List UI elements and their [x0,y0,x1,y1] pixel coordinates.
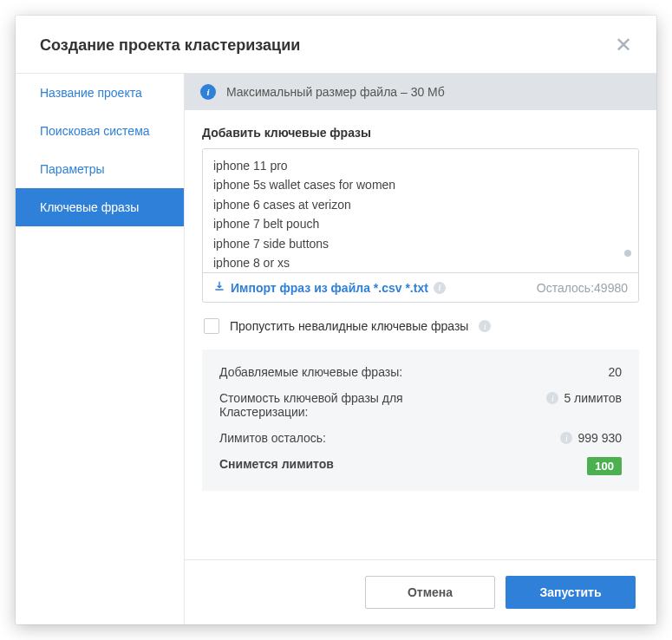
modal-header: Создание проекта кластеризации ✕ [16,16,656,74]
sidebar-item-parameters[interactable]: Параметры [16,150,184,188]
stat-limits-left: Лимитов осталось: i 999 930 [219,431,622,445]
submit-button[interactable]: Запустить [506,576,636,609]
info-icon: i [434,282,446,294]
stat-value: i 5 лимитов [546,391,622,405]
stat-label: Добавляемые ключевые фразы: [219,365,402,379]
skip-invalid-checkbox[interactable] [204,318,219,334]
stat-label: Снимется лимитов [219,457,334,471]
sidebar-item-search-engine[interactable]: Поисковая система [16,112,184,150]
stats-box: Добавляемые ключевые фразы: 20 Стоимость… [202,349,639,491]
keywords-textarea[interactable] [203,149,638,269]
modal-dialog: Создание проекта кластеризации ✕ Названи… [16,16,656,624]
deduct-badge: 100 [587,457,622,475]
stat-value: i 999 930 [560,431,622,445]
keywords-footer: Импорт фраз из файла *.csv *.txt i Остал… [203,272,638,302]
info-icon: i [200,84,216,100]
stat-label: Стоимость ключевой фразы для Кластеризац… [219,391,462,419]
import-link-text: Импорт фраз из файла *.csv *.txt [231,281,428,295]
stat-cost: Стоимость ключевой фразы для Кластеризац… [219,391,622,419]
modal-body: Название проекта Поисковая система Парам… [16,74,656,624]
close-icon[interactable]: ✕ [615,35,632,56]
sidebar-item-label: Ключевые фразы [40,200,139,214]
sidebar-item-label: Параметры [40,162,105,176]
sidebar: Название проекта Поисковая система Парам… [16,74,185,624]
skip-invalid-row: Пропустить невалидные ключевые фразы i [202,303,639,349]
info-banner: i Максимальный размер файла – 30 Мб [185,74,656,110]
sidebar-item-label: Поисковая система [40,124,150,138]
info-banner-text: Максимальный размер файла – 30 Мб [226,85,445,99]
sidebar-item-label: Название проекта [40,86,142,100]
info-icon: i [479,320,491,332]
download-icon [213,280,225,295]
stat-value: 100 [587,457,622,475]
import-link[interactable]: Импорт фраз из файла *.csv *.txt i [213,280,446,295]
content-inner: Добавить ключевые фразы Импорт фраз из ф… [185,110,656,559]
sidebar-item-project-name[interactable]: Название проекта [16,74,184,112]
info-icon: i [560,432,572,444]
modal-title: Создание проекта кластеризации [40,36,300,55]
modal-footer: Отмена Запустить [185,559,656,624]
stat-label: Лимитов осталось: [219,431,326,445]
scrollbar-thumb[interactable] [624,250,631,257]
skip-invalid-label: Пропустить невалидные ключевые фразы [230,319,468,333]
content-area: i Максимальный размер файла – 30 Мб Доба… [185,74,656,624]
sidebar-item-keywords[interactable]: Ключевые фразы [16,188,184,226]
keywords-box: Импорт фраз из файла *.csv *.txt i Остал… [202,148,639,303]
info-icon: i [546,392,558,404]
stat-value: 20 [608,365,622,379]
remaining-counter: Осталось:49980 [537,281,628,295]
keywords-label: Добавить ключевые фразы [202,126,639,140]
stat-deduct: Снимется лимитов 100 [219,457,622,475]
stat-added: Добавляемые ключевые фразы: 20 [219,365,622,379]
cancel-button[interactable]: Отмена [365,576,495,609]
